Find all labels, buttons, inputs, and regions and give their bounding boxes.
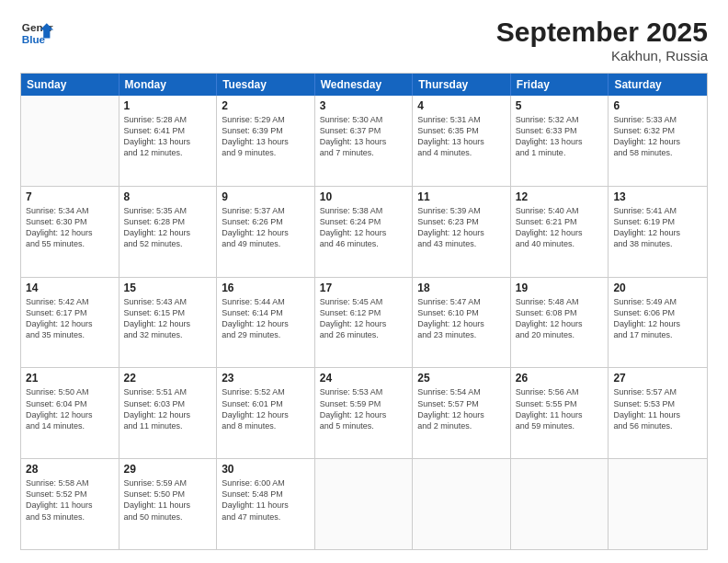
day-number: 19	[516, 282, 604, 294]
cell-line: and 43 minutes.	[417, 238, 506, 249]
cell-line: Daylight: 13 hours	[222, 136, 310, 147]
day-cell-19: 19Sunrise: 5:48 AMSunset: 6:08 PMDayligh…	[511, 278, 609, 368]
day-number: 22	[124, 372, 212, 385]
day-number: 9	[222, 190, 310, 203]
cell-line: and 38 minutes.	[613, 238, 702, 249]
day-number: 23	[222, 372, 310, 385]
cell-line: Daylight: 12 hours	[222, 227, 310, 238]
day-number: 6	[613, 99, 702, 112]
cell-line: Sunset: 5:52 PM	[26, 488, 114, 500]
cell-line: and 12 minutes.	[124, 147, 212, 158]
day-header-thursday: Thursday	[413, 74, 511, 96]
cell-line: Sunrise: 5:39 AM	[417, 205, 506, 216]
cell-line: Sunrise: 5:44 AM	[222, 296, 310, 307]
cell-line: and 50 minutes.	[124, 511, 212, 523]
day-cell-28: 28Sunrise: 5:58 AMSunset: 5:52 PMDayligh…	[21, 459, 119, 549]
day-number: 1	[124, 99, 212, 112]
cell-line: Sunset: 6:12 PM	[320, 307, 408, 318]
cell-line: Daylight: 12 hours	[613, 318, 702, 329]
cell-line: Sunrise: 5:31 AM	[417, 114, 506, 125]
day-cell-6: 6Sunrise: 5:33 AMSunset: 6:32 PMDaylight…	[609, 96, 707, 186]
cell-line: Sunrise: 5:43 AM	[124, 296, 212, 307]
cell-line: Daylight: 13 hours	[124, 136, 212, 147]
cell-line: and 4 minutes.	[417, 147, 506, 158]
cell-line: Sunrise: 6:00 AM	[222, 477, 310, 488]
cell-line: Sunset: 6:33 PM	[516, 125, 604, 136]
cell-line: Daylight: 12 hours	[222, 409, 310, 420]
day-cell-27: 27Sunrise: 5:57 AMSunset: 5:53 PMDayligh…	[609, 368, 707, 458]
header: General Blue September 2025 Kakhun, Russ…	[20, 17, 708, 63]
cell-line: and 56 minutes.	[613, 420, 702, 431]
subtitle: Kakhun, Russia	[496, 48, 708, 63]
day-cell-11: 11Sunrise: 5:39 AMSunset: 6:23 PMDayligh…	[413, 187, 511, 277]
cell-line: and 35 minutes.	[26, 329, 114, 340]
day-number: 15	[124, 282, 212, 294]
logo-icon: General Blue	[20, 17, 53, 50]
day-number: 12	[516, 190, 604, 203]
day-cell-14: 14Sunrise: 5:42 AMSunset: 6:17 PMDayligh…	[21, 278, 119, 368]
cell-line: Daylight: 12 hours	[26, 227, 114, 238]
main-title: September 2025	[496, 17, 708, 48]
cell-line: Daylight: 12 hours	[516, 227, 604, 238]
cell-line: and 46 minutes.	[320, 238, 408, 249]
cell-line: Sunrise: 5:41 AM	[613, 205, 702, 216]
cell-line: Sunset: 5:57 PM	[417, 398, 506, 409]
cell-line: and 59 minutes.	[516, 420, 604, 431]
day-number: 21	[26, 372, 114, 385]
cell-line: Sunrise: 5:57 AM	[613, 386, 702, 397]
day-cell-21: 21Sunrise: 5:50 AMSunset: 6:04 PMDayligh…	[21, 368, 119, 458]
day-number: 5	[516, 99, 604, 112]
day-cell-8: 8Sunrise: 5:35 AMSunset: 6:28 PMDaylight…	[119, 187, 218, 277]
calendar-row-0: 1Sunrise: 5:28 AMSunset: 6:41 PMDaylight…	[21, 96, 707, 187]
cell-line: and 11 minutes.	[124, 420, 212, 431]
day-cell-5: 5Sunrise: 5:32 AMSunset: 6:33 PMDaylight…	[511, 96, 609, 186]
cell-line: Sunrise: 5:42 AM	[26, 296, 114, 307]
cell-line: Sunset: 6:24 PM	[320, 216, 408, 227]
cell-line: Sunset: 6:21 PM	[516, 216, 604, 227]
cell-line: Daylight: 12 hours	[320, 227, 408, 238]
day-cell-17: 17Sunrise: 5:45 AMSunset: 6:12 PMDayligh…	[315, 278, 414, 368]
cell-line: Sunset: 5:59 PM	[320, 398, 408, 409]
cell-line: Daylight: 13 hours	[320, 136, 408, 147]
cell-line: Sunrise: 5:50 AM	[26, 386, 114, 397]
day-cell-2: 2Sunrise: 5:29 AMSunset: 6:39 PMDaylight…	[217, 96, 315, 186]
cell-line: Sunrise: 5:29 AM	[222, 114, 310, 125]
cell-line: Sunrise: 5:48 AM	[516, 296, 604, 307]
cell-line: Sunset: 6:19 PM	[613, 216, 702, 227]
cell-line: Sunrise: 5:56 AM	[516, 386, 604, 397]
day-cell-1: 1Sunrise: 5:28 AMSunset: 6:41 PMDaylight…	[119, 96, 218, 186]
day-number: 29	[124, 463, 212, 476]
cell-line: Daylight: 12 hours	[320, 318, 408, 329]
day-header-tuesday: Tuesday	[217, 74, 315, 96]
cell-line: Sunset: 6:39 PM	[222, 125, 310, 136]
day-cell-4: 4Sunrise: 5:31 AMSunset: 6:35 PMDaylight…	[413, 96, 511, 186]
calendar-row-4: 28Sunrise: 5:58 AMSunset: 5:52 PMDayligh…	[21, 459, 707, 549]
calendar-header: SundayMondayTuesdayWednesdayThursdayFrid…	[21, 74, 707, 96]
day-cell-24: 24Sunrise: 5:53 AMSunset: 5:59 PMDayligh…	[315, 368, 414, 458]
cell-line: Sunset: 6:28 PM	[124, 216, 212, 227]
cell-line: Sunset: 6:15 PM	[124, 307, 212, 318]
cell-line: and 23 minutes.	[417, 329, 506, 340]
day-number: 27	[613, 372, 702, 385]
cell-line: Sunset: 6:35 PM	[417, 125, 506, 136]
cell-line: Daylight: 12 hours	[124, 409, 212, 420]
day-cell-20: 20Sunrise: 5:49 AMSunset: 6:06 PMDayligh…	[609, 278, 707, 368]
cell-line: and 53 minutes.	[26, 511, 114, 523]
day-number: 3	[320, 99, 408, 112]
day-number: 16	[222, 282, 310, 294]
day-number: 14	[26, 282, 114, 294]
empty-cell	[21, 96, 119, 186]
day-number: 11	[417, 190, 506, 203]
empty-cell	[609, 459, 707, 549]
cell-line: Daylight: 12 hours	[124, 227, 212, 238]
day-number: 18	[417, 282, 506, 294]
cell-line: Sunrise: 5:47 AM	[417, 296, 506, 307]
day-header-wednesday: Wednesday	[315, 74, 414, 96]
cell-line: and 20 minutes.	[516, 329, 604, 340]
day-number: 4	[417, 99, 506, 112]
cell-line: Daylight: 11 hours	[613, 409, 702, 420]
svg-text:Blue: Blue	[22, 33, 46, 45]
cell-line: Daylight: 12 hours	[222, 318, 310, 329]
cell-line: Sunset: 6:10 PM	[417, 307, 506, 318]
cell-line: Sunset: 5:48 PM	[222, 488, 310, 500]
